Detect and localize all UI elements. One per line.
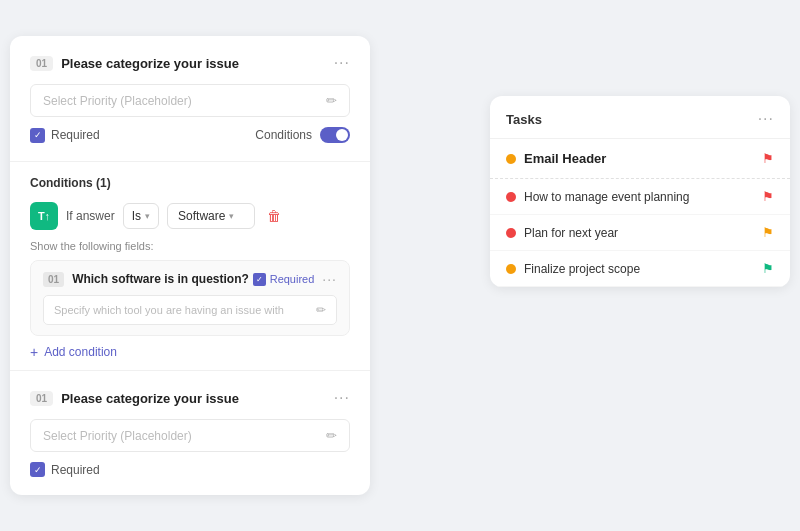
delete-condition-button[interactable]: 🗑 xyxy=(263,204,285,228)
show-fields-label: Show the following fields: xyxy=(30,240,350,252)
required-left-1: Required xyxy=(30,128,100,143)
nested-step-badge: 01 xyxy=(43,272,64,287)
value-chevron-icon: ▾ xyxy=(229,211,234,221)
task-item-left-2: Finalize project scope xyxy=(506,262,640,276)
email-header-flag-icon: ⚑ xyxy=(762,151,774,166)
email-header-title: Email Header xyxy=(524,151,606,166)
email-header-item[interactable]: Email Header ⚑ xyxy=(490,139,790,179)
operator-chevron-icon: ▾ xyxy=(145,211,150,221)
nested-required-checkbox[interactable] xyxy=(253,273,266,286)
required-label-1: Required xyxy=(51,128,100,142)
priority-edit-icon: ✏ xyxy=(326,93,337,108)
task-title-0: How to manage event planning xyxy=(524,190,689,204)
priority-edit-icon-2: ✏ xyxy=(326,428,337,443)
nested-field-left: 01 Which software is in question? xyxy=(43,272,249,287)
task-item-1[interactable]: Plan for next year ⚑ xyxy=(490,215,790,251)
if-answer-label: If answer xyxy=(66,209,115,223)
email-header-dot xyxy=(506,154,516,164)
section1-more-menu[interactable]: ··· xyxy=(334,54,350,72)
add-condition-icon: + xyxy=(30,344,38,360)
conditions-label: Conditions xyxy=(255,128,312,142)
condition-type-icon: T↑ xyxy=(30,202,58,230)
condition-row-1: T↑ If answer Is ▾ Software ▾ 🗑 xyxy=(30,202,350,230)
form-section-2: 01 Please categorize your issue ··· Sele… xyxy=(10,371,370,495)
form-panel: 01 Please categorize your issue ··· Sele… xyxy=(10,36,370,495)
required-left-2: Required xyxy=(30,462,350,477)
condition-value: Software xyxy=(178,209,225,223)
task-item-left-1: Plan for next year xyxy=(506,226,618,240)
nested-edit-icon: ✏ xyxy=(316,303,326,317)
nested-field-right: Required ··· xyxy=(253,271,337,287)
nested-more-menu[interactable]: ··· xyxy=(322,271,337,287)
required-row-1: Required Conditions xyxy=(30,127,350,143)
step-badge-2: 01 xyxy=(30,391,53,406)
tasks-header: Tasks ··· xyxy=(490,96,790,139)
conditions-title: Conditions (1) xyxy=(30,176,350,190)
step-badge-1: 01 xyxy=(30,56,53,71)
task-title-2: Finalize project scope xyxy=(524,262,640,276)
priority-select[interactable]: Select Priority (Placeholder) ✏ xyxy=(30,84,350,117)
main-container: 01 Please categorize your issue ··· Sele… xyxy=(10,36,790,495)
conditions-toggle-row: Conditions xyxy=(255,127,350,143)
nested-input-placeholder: Specify which tool you are having an iss… xyxy=(54,304,284,316)
task-dot-1 xyxy=(506,228,516,238)
condition-operator-value: Is xyxy=(132,209,141,223)
section-title-row-2: 01 Please categorize your issue xyxy=(30,391,239,406)
task-dot-0 xyxy=(506,192,516,202)
nested-required-label: Required xyxy=(270,273,315,285)
priority-placeholder-2: Select Priority (Placeholder) xyxy=(43,429,192,443)
condition-icon-label: T↑ xyxy=(38,210,50,222)
task-title-1: Plan for next year xyxy=(524,226,618,240)
required-checkbox-1[interactable] xyxy=(30,128,45,143)
nested-field-header: 01 Which software is in question? Requir… xyxy=(43,271,337,287)
task-flag-icon-2: ⚑ xyxy=(762,261,774,276)
tasks-panel: Tasks ··· Email Header ⚑ How to manage e… xyxy=(490,96,790,287)
nested-field-title: Which software is in question? xyxy=(72,272,249,286)
add-condition-button[interactable]: + Add condition xyxy=(30,344,350,360)
task-item-left-0: How to manage event planning xyxy=(506,190,689,204)
add-condition-label: Add condition xyxy=(44,345,117,359)
nested-required-badge: Required xyxy=(253,273,315,286)
priority-select-2[interactable]: Select Priority (Placeholder) ✏ xyxy=(30,419,350,452)
nested-field-1: 01 Which software is in question? Requir… xyxy=(30,260,350,336)
section-title-2: Please categorize your issue xyxy=(61,391,239,406)
task-dot-2 xyxy=(506,264,516,274)
form-section-1: 01 Please categorize your issue ··· Sele… xyxy=(10,36,370,162)
task-flag-icon-1: ⚑ xyxy=(762,225,774,240)
section-title-1: Please categorize your issue xyxy=(61,56,239,71)
tasks-title: Tasks xyxy=(506,112,542,127)
section-title-row-1: 01 Please categorize your issue xyxy=(30,56,239,71)
task-item-2[interactable]: Finalize project scope ⚑ xyxy=(490,251,790,287)
condition-value-select[interactable]: Software ▾ xyxy=(167,203,255,229)
email-header-left: Email Header xyxy=(506,151,606,166)
section-header-2: 01 Please categorize your issue ··· xyxy=(30,389,350,407)
section-header-1: 01 Please categorize your issue ··· xyxy=(30,54,350,72)
required-label-2: Required xyxy=(51,463,100,477)
required-checkbox-2[interactable] xyxy=(30,462,45,477)
priority-placeholder: Select Priority (Placeholder) xyxy=(43,94,192,108)
nested-field-input[interactable]: Specify which tool you are having an iss… xyxy=(43,295,337,325)
tasks-more-menu[interactable]: ··· xyxy=(758,110,774,128)
conditions-section: Conditions (1) T↑ If answer Is ▾ Softwar… xyxy=(10,162,370,371)
task-flag-icon-0: ⚑ xyxy=(762,189,774,204)
conditions-toggle[interactable] xyxy=(320,127,350,143)
condition-operator-select[interactable]: Is ▾ xyxy=(123,203,159,229)
section2-more-menu[interactable]: ··· xyxy=(334,389,350,407)
task-item-0[interactable]: How to manage event planning ⚑ xyxy=(490,179,790,215)
